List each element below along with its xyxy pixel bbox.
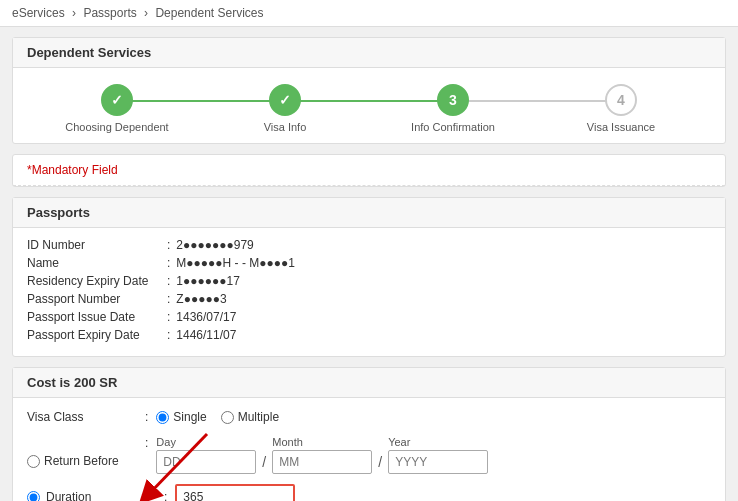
passport-field-issue-date: Passport Issue Date : 1436/07/17	[27, 310, 711, 324]
cost-title: Cost is 200 SR	[13, 368, 725, 398]
visa-class-single[interactable]: Single	[156, 410, 206, 424]
step-3-label: Info Confirmation	[411, 121, 495, 133]
passports-title: Passports	[13, 198, 725, 228]
single-radio[interactable]	[156, 411, 169, 424]
step-1-label: Choosing Dependent	[65, 121, 168, 133]
id-value: 2●●●●●●●979	[176, 238, 253, 252]
date-group: Day / Month / Year	[156, 436, 488, 474]
step-3-circle: 3	[437, 84, 469, 116]
issue-date-value: 1436/07/17	[176, 310, 236, 324]
passport-field-residency: Residency Expiry Date : 1●●●●●●17	[27, 274, 711, 288]
residency-value: 1●●●●●●17	[176, 274, 240, 288]
multiple-radio[interactable]	[221, 411, 234, 424]
residency-label: Residency Expiry Date	[27, 274, 167, 288]
return-before-row: Return Before : Day / Month / Year	[27, 436, 711, 474]
visa-class-row: Visa Class : Single Multiple	[27, 410, 711, 424]
passport-number-label: Passport Number	[27, 292, 167, 306]
expiry-date-label: Passport Expiry Date	[27, 328, 167, 342]
step-4-label: Visa Issuance	[587, 121, 655, 133]
visa-class-options: Single Multiple	[156, 410, 279, 424]
breadcrumb-dependent-services: Dependent Services	[155, 6, 263, 20]
passport-field-id: ID Number : 2●●●●●●●979	[27, 238, 711, 252]
year-input[interactable]	[388, 450, 488, 474]
duration-radio[interactable]	[27, 491, 40, 502]
mandatory-note-card: *Mandatory Field	[12, 154, 726, 187]
day-input[interactable]	[156, 450, 256, 474]
passport-field-number: Passport Number : Z●●●●●3	[27, 292, 711, 306]
day-field-wrap: Day	[156, 436, 256, 474]
return-before-label: Return Before	[44, 454, 119, 468]
day-label: Day	[156, 436, 256, 448]
multiple-label: Multiple	[238, 410, 279, 424]
stepper: ✓ Choosing Dependent ✓ Visa Info 3 Info …	[33, 84, 705, 133]
name-value: M●●●●●H - - M●●●●1	[176, 256, 295, 270]
return-before-radio[interactable]	[27, 455, 40, 468]
month-input[interactable]	[272, 450, 372, 474]
expiry-date-value: 1446/11/07	[176, 328, 236, 342]
duration-input[interactable]	[175, 484, 295, 501]
step-1-circle: ✓	[101, 84, 133, 116]
breadcrumb-bar: eServices › Passports › Dependent Servic…	[0, 0, 738, 27]
step-4-circle: 4	[605, 84, 637, 116]
cost-body: Visa Class : Single Multiple	[13, 398, 725, 501]
month-label: Month	[272, 436, 372, 448]
breadcrumb-passports[interactable]: Passports	[83, 6, 136, 20]
issue-date-label: Passport Issue Date	[27, 310, 167, 324]
step-2-label: Visa Info	[264, 121, 307, 133]
dependent-services-title: Dependent Services	[13, 38, 725, 68]
return-before-radio-wrap[interactable]: Return Before	[27, 436, 137, 468]
duration-row: Duration :	[27, 484, 711, 501]
step-4: 4 Visa Issuance	[537, 84, 705, 133]
step-3: 3 Info Confirmation	[369, 84, 537, 133]
dependent-services-card: Dependent Services ✓ Choosing Dependent …	[12, 37, 726, 144]
mandatory-note: *Mandatory Field	[13, 155, 725, 186]
passport-number-value: Z●●●●●3	[176, 292, 226, 306]
id-label: ID Number	[27, 238, 167, 252]
passports-card: Passports ID Number : 2●●●●●●●979 Name :…	[12, 197, 726, 357]
passport-field-expiry-date: Passport Expiry Date : 1446/11/07	[27, 328, 711, 342]
year-field-wrap: Year	[388, 436, 488, 474]
year-label: Year	[388, 436, 488, 448]
breadcrumb-eservices[interactable]: eServices	[12, 6, 65, 20]
month-field-wrap: Month	[272, 436, 372, 474]
name-label: Name	[27, 256, 167, 270]
duration-label: Duration	[46, 490, 156, 501]
step-2-circle: ✓	[269, 84, 301, 116]
step-2: ✓ Visa Info	[201, 84, 369, 133]
visa-class-label: Visa Class	[27, 410, 137, 424]
passport-info: ID Number : 2●●●●●●●979 Name : M●●●●●H -…	[13, 228, 725, 356]
visa-class-multiple[interactable]: Multiple	[221, 410, 279, 424]
step-1: ✓ Choosing Dependent	[33, 84, 201, 133]
passport-field-name: Name : M●●●●●H - - M●●●●1	[27, 256, 711, 270]
single-label: Single	[173, 410, 206, 424]
cost-card: Cost is 200 SR Visa Class : Single Multi…	[12, 367, 726, 501]
